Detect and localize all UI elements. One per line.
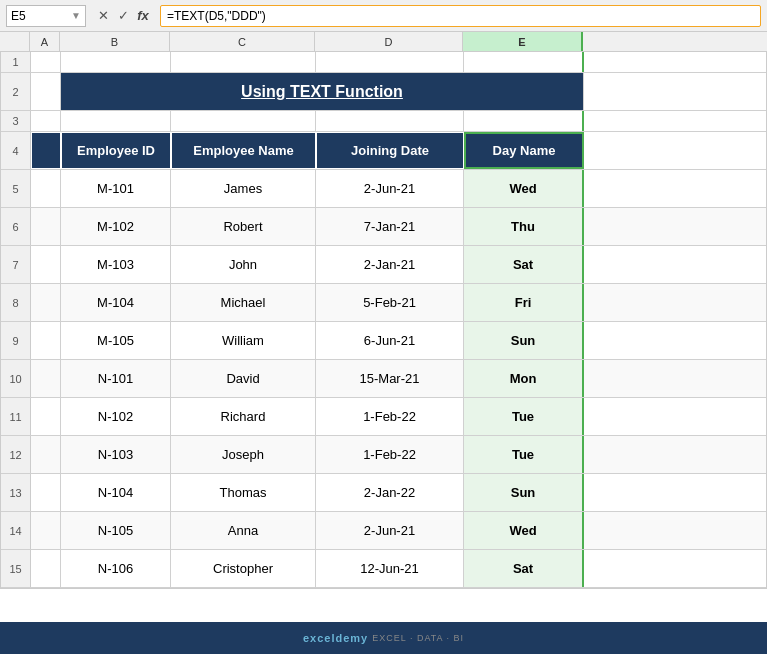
- table-row: 9 M-105 William 6-Jun-21 Sun: [1, 322, 766, 360]
- cell-c5[interactable]: James: [171, 170, 316, 207]
- table-row: 14 N-105 Anna 2-Jun-21 Wed: [1, 512, 766, 550]
- cell-b7[interactable]: M-103: [61, 246, 171, 283]
- row-num-3: 3: [1, 111, 31, 131]
- row-num-2: 2: [1, 73, 31, 110]
- row-num-8: 8: [1, 284, 31, 321]
- cell-d3[interactable]: [316, 111, 464, 131]
- cell-a13[interactable]: [31, 474, 61, 511]
- cell-c15[interactable]: Cristopher: [171, 550, 316, 587]
- cancel-icon[interactable]: ✕: [94, 7, 112, 25]
- col-header-c[interactable]: C: [170, 32, 315, 51]
- cell-b14[interactable]: N-105: [61, 512, 171, 549]
- cell-e5[interactable]: Wed: [464, 170, 584, 207]
- cell-b9[interactable]: M-105: [61, 322, 171, 359]
- cell-d12[interactable]: 1-Feb-22: [316, 436, 464, 473]
- row-num-4: 4: [1, 132, 31, 169]
- cell-b6[interactable]: M-102: [61, 208, 171, 245]
- cell-a3[interactable]: [31, 111, 61, 131]
- cell-d8[interactable]: 5-Feb-21: [316, 284, 464, 321]
- cell-e12[interactable]: Tue: [464, 436, 584, 473]
- cell-a9[interactable]: [31, 322, 61, 359]
- cell-e7[interactable]: Sat: [464, 246, 584, 283]
- cell-c1[interactable]: [171, 52, 316, 72]
- cell-e14[interactable]: Wed: [464, 512, 584, 549]
- logo-bar: exceldemy EXCEL · DATA · BI: [0, 622, 767, 654]
- cell-reference-box[interactable]: E5 ▼: [6, 5, 86, 27]
- insert-function-icon[interactable]: fx: [134, 7, 152, 25]
- cell-d14[interactable]: 2-Jun-21: [316, 512, 464, 549]
- cell-a2[interactable]: [31, 73, 61, 110]
- cell-a7[interactable]: [31, 246, 61, 283]
- table-row: 5 M-101 James 2-Jun-21 Wed: [1, 170, 766, 208]
- cell-e9[interactable]: Sun: [464, 322, 584, 359]
- cell-e1[interactable]: [464, 52, 584, 72]
- cell-a15[interactable]: [31, 550, 61, 587]
- cell-d5[interactable]: 2-Jun-21: [316, 170, 464, 207]
- cell-b13[interactable]: N-104: [61, 474, 171, 511]
- cell-b1[interactable]: [61, 52, 171, 72]
- cell-a4[interactable]: [31, 132, 61, 169]
- cell-a12[interactable]: [31, 436, 61, 473]
- row-num-12: 12: [1, 436, 31, 473]
- cell-e15[interactable]: Sat: [464, 550, 584, 587]
- cell-c6[interactable]: Robert: [171, 208, 316, 245]
- cell-b11[interactable]: N-102: [61, 398, 171, 435]
- cell-d7[interactable]: 2-Jan-21: [316, 246, 464, 283]
- cell-b15[interactable]: N-106: [61, 550, 171, 587]
- col-header-e[interactable]: E: [463, 32, 583, 51]
- cell-c14[interactable]: Anna: [171, 512, 316, 549]
- cell-a6[interactable]: [31, 208, 61, 245]
- cell-c7[interactable]: John: [171, 246, 316, 283]
- col-header-a[interactable]: A: [30, 32, 60, 51]
- formula-bar-container: E5 ▼ ✕ ✓ fx =TEXT(D5,"DDD"): [0, 0, 767, 32]
- header-joining-date: Joining Date: [316, 132, 464, 169]
- column-headers: A B C D E: [0, 32, 767, 52]
- cell-b8[interactable]: M-104: [61, 284, 171, 321]
- cell-b3[interactable]: [61, 111, 171, 131]
- cell-d6[interactable]: 7-Jan-21: [316, 208, 464, 245]
- col-header-b[interactable]: B: [60, 32, 170, 51]
- row-4-headers: 4 Employee ID Employee Name Joining Date…: [1, 132, 766, 170]
- cell-b10[interactable]: N-101: [61, 360, 171, 397]
- cell-a1[interactable]: [31, 52, 61, 72]
- cell-d11[interactable]: 1-Feb-22: [316, 398, 464, 435]
- header-employee-name: Employee Name: [171, 132, 316, 169]
- cell-d1[interactable]: [316, 52, 464, 72]
- cell-b12[interactable]: N-103: [61, 436, 171, 473]
- logo-text: exceldemy: [303, 632, 368, 644]
- cell-d9[interactable]: 6-Jun-21: [316, 322, 464, 359]
- table-row: 8 M-104 Michael 5-Feb-21 Fri: [1, 284, 766, 322]
- cell-d15[interactable]: 12-Jun-21: [316, 550, 464, 587]
- header-day-name: Day Name: [464, 132, 584, 169]
- cell-e8[interactable]: Fri: [464, 284, 584, 321]
- formula-text: =TEXT(D5,"DDD"): [167, 9, 266, 23]
- confirm-icon[interactable]: ✓: [114, 7, 132, 25]
- cell-e6[interactable]: Thu: [464, 208, 584, 245]
- table-row: 15 N-106 Cristopher 12-Jun-21 Sat: [1, 550, 766, 588]
- cell-e13[interactable]: Sun: [464, 474, 584, 511]
- cell-d10[interactable]: 15-Mar-21: [316, 360, 464, 397]
- cell-e10[interactable]: Mon: [464, 360, 584, 397]
- cell-a8[interactable]: [31, 284, 61, 321]
- formula-input[interactable]: =TEXT(D5,"DDD"): [160, 5, 761, 27]
- cell-d13[interactable]: 2-Jan-22: [316, 474, 464, 511]
- row-num-9: 9: [1, 322, 31, 359]
- cell-c3[interactable]: [171, 111, 316, 131]
- cell-a5[interactable]: [31, 170, 61, 207]
- cell-a14[interactable]: [31, 512, 61, 549]
- cell-c10[interactable]: David: [171, 360, 316, 397]
- cell-c11[interactable]: Richard: [171, 398, 316, 435]
- cell-a10[interactable]: [31, 360, 61, 397]
- cell-b5[interactable]: M-101: [61, 170, 171, 207]
- cell-c13[interactable]: Thomas: [171, 474, 316, 511]
- row-num-14: 14: [1, 512, 31, 549]
- cell-e3[interactable]: [464, 111, 584, 131]
- cell-c8[interactable]: Michael: [171, 284, 316, 321]
- cell-e11[interactable]: Tue: [464, 398, 584, 435]
- cell-a11[interactable]: [31, 398, 61, 435]
- formula-icons: ✕ ✓ fx: [94, 7, 152, 25]
- row-num-10: 10: [1, 360, 31, 397]
- cell-c9[interactable]: William: [171, 322, 316, 359]
- cell-c12[interactable]: Joseph: [171, 436, 316, 473]
- col-header-d[interactable]: D: [315, 32, 463, 51]
